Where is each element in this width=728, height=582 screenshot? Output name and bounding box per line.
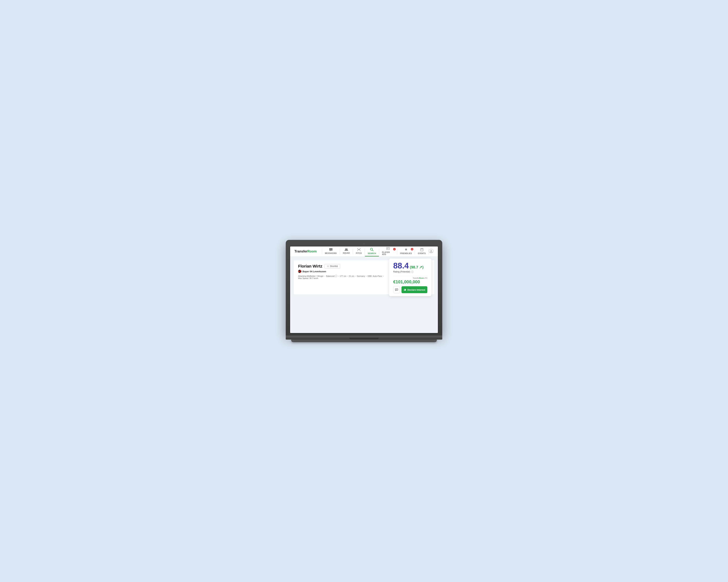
- nav-label-search: SEARCH: [368, 252, 376, 254]
- app-logo[interactable]: TransferRoom: [294, 250, 317, 253]
- player-height: 177 cm: [340, 275, 346, 277]
- shortlist-button[interactable]: Shortlist: [324, 264, 340, 269]
- style-info-icon[interactable]: i: [335, 275, 337, 277]
- nav-item-events[interactable]: EVENTS: [415, 246, 428, 256]
- nav-label-player-ads: PLAYER ADS: [382, 251, 394, 255]
- market-value: €101,000,000: [393, 279, 420, 284]
- svg-point-11: [431, 250, 432, 251]
- nav-item-squad[interactable]: SQUAD: [340, 246, 353, 256]
- thumbs-up-icon: [404, 288, 406, 291]
- chat-button[interactable]: [393, 286, 400, 293]
- player-name-row: Florian Wirtz Shortlist: [298, 264, 385, 269]
- xtv-label: TransferRoom xTV: [393, 277, 427, 279]
- svg-rect-15: [404, 289, 405, 290]
- nav-label-squad: SQUAD: [343, 252, 350, 254]
- nav-item-player-ads[interactable]: 1 PLAYER ADS: [379, 246, 397, 256]
- sep6: •: [383, 275, 384, 277]
- sep4: •: [355, 275, 356, 277]
- nav-item-pitch[interactable]: PITCH: [353, 246, 365, 256]
- svg-point-2: [370, 248, 372, 250]
- svg-rect-12: [395, 288, 398, 290]
- rating-label-text: Rating (Potential): [393, 271, 410, 273]
- header-right: [429, 249, 434, 254]
- player-gbe: GBE: Auto-Pass: [367, 275, 382, 277]
- logo-transfer: Transfer: [294, 250, 307, 253]
- main-nav: MESSAGING SQUAD: [322, 246, 429, 256]
- laptop-foot: [291, 339, 437, 342]
- club-row: Bayer 04 Leverkusen: [298, 270, 385, 273]
- search-icon: [370, 248, 373, 252]
- pitch-icon: [357, 248, 361, 252]
- friendlies-icon: [405, 248, 408, 252]
- player-position: Attacking Midfielder / Winger: [298, 275, 323, 277]
- club-badge: [298, 270, 302, 273]
- squad-icon: [344, 248, 348, 252]
- logo-room: Room: [307, 250, 317, 253]
- nav-label-pitch: PITCH: [356, 252, 362, 254]
- sep1: •: [324, 275, 325, 277]
- rating-info-icon[interactable]: i: [411, 271, 414, 273]
- chat-icon: [395, 288, 398, 291]
- action-row: Declare Interest: [393, 286, 427, 293]
- rating-card: 88.4 (98.7 ↗) Rating (Potential) i Trans…: [389, 258, 431, 296]
- player-name[interactable]: Florian Wirtz: [298, 264, 322, 269]
- sep3: •: [347, 275, 348, 277]
- friendlies-badge: 4: [411, 248, 413, 250]
- shortlist-label: Shortlist: [330, 265, 338, 268]
- laptop-camera: [363, 243, 365, 245]
- laptop-body: TransferRoom MESSAGING: [286, 240, 442, 336]
- rating-potential: (98.7 ↗): [410, 265, 423, 269]
- nav-label-events: EVENTS: [418, 252, 426, 254]
- sep5: •: [366, 275, 367, 277]
- player-card: Florian Wirtz Shortlist Bayer 04 Leverku…: [294, 260, 434, 294]
- player-style: Balanced: [326, 275, 335, 277]
- nav-label-friendlies: FRIENDLIES: [400, 252, 412, 254]
- star-icon: [327, 265, 329, 267]
- player-max-speed: Max Speed: 30.7 km/h: [298, 277, 318, 279]
- nav-item-friendlies[interactable]: 4 FRIENDLIES: [397, 246, 415, 256]
- messaging-icon: [329, 248, 333, 252]
- app-content: Florian Wirtz Shortlist Bayer 04 Leverku…: [290, 257, 438, 333]
- declare-interest-label: Declare Interest: [407, 288, 425, 291]
- svg-rect-3: [387, 247, 389, 250]
- svg-rect-6: [421, 248, 423, 251]
- laptop-screen: TransferRoom MESSAGING: [290, 246, 438, 333]
- nav-item-search[interactable]: SEARCH: [365, 246, 379, 256]
- rating-score: 88.4: [393, 262, 409, 270]
- player-ads-icon: [386, 247, 390, 251]
- player-ads-badge: 1: [393, 248, 396, 250]
- rating-main: 88.4 (98.7 ↗): [393, 262, 423, 270]
- rating-label: Rating (Potential) i: [393, 271, 414, 273]
- sep2: •: [338, 275, 339, 277]
- laptop-frame: TransferRoom MESSAGING: [286, 240, 442, 342]
- club-name: Bayer 04 Leverkusen: [303, 270, 326, 273]
- player-nationality: Germany: [357, 275, 365, 277]
- player-age: 21 yrs: [349, 275, 354, 277]
- declare-interest-button[interactable]: Declare Interest: [401, 286, 427, 293]
- app-header: TransferRoom MESSAGING: [290, 246, 438, 257]
- player-attributes: Attacking Midfielder / Winger • Balanced…: [298, 275, 385, 279]
- svg-point-1: [346, 248, 347, 250]
- nav-item-messaging[interactable]: MESSAGING: [322, 246, 340, 256]
- player-info: Florian Wirtz Shortlist Bayer 04 Leverku…: [294, 260, 389, 294]
- laptop-base: [286, 336, 442, 339]
- nav-label-messaging: MESSAGING: [325, 252, 337, 254]
- user-profile-icon[interactable]: [429, 250, 434, 254]
- events-icon: [420, 248, 423, 252]
